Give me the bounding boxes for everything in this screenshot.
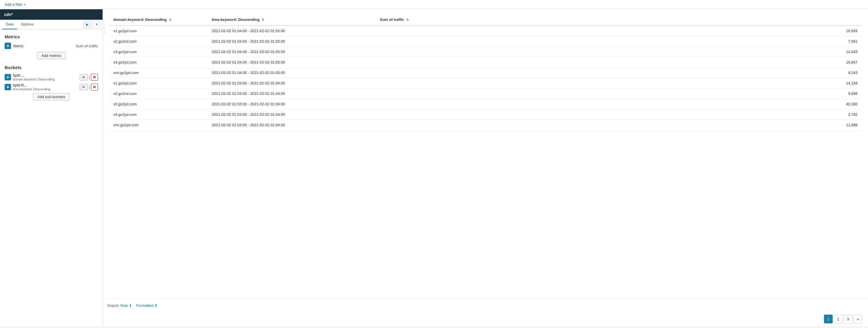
- cell-domain-3: v4.go2yd.com: [108, 57, 207, 67]
- bucket1-value: domain.keyword: Descending: [13, 78, 78, 81]
- table-body: v1.go2yd.com2021-02-02 01:04:00 - 2021-0…: [108, 26, 862, 130]
- main-layout: cdn* Data Options ▶ ✕ Metrics Metric Sum: [0, 9, 868, 326]
- table-row: vmi.go2yd.com2021-02-02 01:04:00 - 2021-…: [108, 67, 862, 78]
- cell-traffic-4: 9,243: [375, 67, 862, 78]
- panel-title: cdn*: [4, 12, 13, 17]
- buckets-section: Buckets Split ... domain.keyword: Descen…: [5, 65, 98, 101]
- table-row: vmi.go2yd.com2021-02-02 01:03:00 - 2021-…: [108, 120, 862, 130]
- cell-traffic-9: 11,898: [375, 120, 862, 130]
- buckets-title: Buckets: [5, 65, 98, 70]
- download-raw-icon: ⬇: [129, 304, 132, 308]
- tab-data[interactable]: Data: [2, 20, 17, 29]
- table-header-row: domain.keyword: Descending ⇅ time.keywor…: [108, 14, 862, 26]
- bucket1-label: Split ... domain.keyword: Descending: [13, 74, 78, 81]
- left-panel: cdn* Data Options ▶ ✕ Metrics Metric Sum: [0, 9, 103, 326]
- cell-traffic-7: 40,300: [375, 99, 862, 109]
- table-row: v2.go2vd.com2021-02-02 01:03:00 - 2021-0…: [108, 88, 862, 99]
- cell-time-6: 2021-02-02 01:03:00 - 2021-02-02 01:04:0…: [207, 88, 375, 99]
- metric-label: Metric: [13, 44, 24, 48]
- cell-domain-5: v1.go2yd.com: [108, 78, 207, 88]
- table-row: v1.go2yd.com2021-02-02 01:04:00 - 2021-0…: [108, 26, 862, 36]
- add-metrics-button[interactable]: Add metrics: [37, 52, 66, 59]
- panel-body: Metrics Metric Sum of traffic Add metric…: [0, 30, 102, 110]
- cell-traffic-1: 7,991: [375, 36, 862, 47]
- metric-value: Sum of traffic: [76, 44, 98, 48]
- bucket-row-1: Split ... domain.keyword: Descending 👁 |…: [5, 74, 98, 81]
- cell-time-1: 2021-02-02 01:04:00 - 2021-02-02 01:05:0…: [207, 36, 375, 47]
- bucket2-name: Split R...: [13, 83, 78, 87]
- metrics-section: Metrics Metric Sum of traffic Add metric…: [5, 34, 98, 59]
- bucket2-expand-btn[interactable]: [5, 84, 11, 90]
- bucket1-expand-btn[interactable]: [5, 74, 11, 80]
- cell-time-4: 2021-02-02 01:04:00 - 2021-02-02 01:05:0…: [207, 67, 375, 78]
- col-header-traffic[interactable]: Sum of traffic ⇅: [375, 14, 862, 26]
- bucket1-pipe-btn[interactable]: |: [89, 75, 90, 79]
- cell-domain-7: v3.go2yd.com: [108, 99, 207, 109]
- page-next-btn[interactable]: »: [854, 315, 862, 323]
- table-row: v2.go2vd.com2021-02-02 01:04:00 - 2021-0…: [108, 36, 862, 47]
- table-row: v4.go2yd.com2021-02-02 01:03:00 - 2021-0…: [108, 109, 862, 120]
- sort-icon-traffic: ⇅: [406, 18, 409, 22]
- sort-icon-domain: ⇅: [169, 18, 172, 22]
- cell-time-9: 2021-02-02 01:03:00 - 2021-02-02 01:04:0…: [207, 120, 375, 130]
- cell-time-3: 2021-02-02 01:04:00 - 2021-02-02 01:05:0…: [207, 57, 375, 67]
- download-formatted-icon: ⬇: [154, 304, 157, 308]
- cell-time-7: 2021-02-02 01:03:00 - 2021-02-02 01:04:0…: [207, 99, 375, 109]
- bucket1-delete-btn[interactable]: ✕: [91, 74, 98, 81]
- metric-row: Metric Sum of traffic: [5, 43, 98, 49]
- cell-domain-1: v2.go2vd.com: [108, 36, 207, 47]
- table-row: v3.go2yd.com2021-02-02 01:03:00 - 2021-0…: [108, 99, 862, 109]
- run-button[interactable]: ▶: [84, 21, 91, 28]
- bucket2-value: time.keyword: Descending: [13, 87, 78, 91]
- tab-actions: ▶ ✕: [84, 21, 100, 28]
- page-btn-2[interactable]: 2: [834, 315, 842, 323]
- pagination: 1 2 3 »: [103, 312, 868, 326]
- cell-traffic-8: 2,792: [375, 109, 862, 120]
- bucket2-actions: 👁 | ✕: [80, 84, 98, 90]
- cell-domain-9: vmi.go2yd.com: [108, 120, 207, 130]
- export-formatted-link[interactable]: Formatted ⬇: [136, 303, 157, 308]
- sort-icon-time: ⇅: [261, 18, 264, 22]
- export-raw-link[interactable]: Raw ⬇: [121, 303, 133, 308]
- add-sub-buckets-button[interactable]: Add sub-buckets: [33, 93, 70, 101]
- close-button[interactable]: ✕: [93, 21, 100, 28]
- cell-traffic-0: 16,659: [375, 26, 862, 36]
- bucket1-name: Split ...: [13, 74, 78, 78]
- cell-traffic-3: 18,847: [375, 57, 862, 67]
- cell-domain-0: v1.go2yd.com: [108, 26, 207, 36]
- table-row: v3.go2yd.com2021-02-02 01:04:00 - 2021-0…: [108, 47, 862, 57]
- right-wrapper: domain.keyword: Descending ⇅ time.keywor…: [103, 9, 868, 299]
- collapse-panel-btn[interactable]: ‹: [103, 24, 104, 34]
- cell-traffic-5: 14,169: [375, 78, 862, 88]
- bucket2-label: Split R... time.keyword: Descending: [13, 83, 78, 91]
- bucket2-pipe-btn[interactable]: |: [89, 85, 90, 89]
- cell-traffic-2: 14,043: [375, 47, 862, 57]
- metrics-title: Metrics: [5, 34, 98, 39]
- col-header-time[interactable]: time.keyword: Descending ⇅: [207, 14, 375, 26]
- top-bar: Add a filter +: [0, 0, 868, 9]
- cell-domain-8: v4.go2yd.com: [108, 109, 207, 120]
- bucket2-delete-btn[interactable]: ✕: [91, 84, 98, 90]
- col-header-domain[interactable]: domain.keyword: Descending ⇅: [108, 14, 207, 26]
- panel-tabs: Data Options ▶ ✕: [0, 20, 102, 30]
- table-row: v4.go2yd.com2021-02-02 01:04:00 - 2021-0…: [108, 57, 862, 67]
- cell-domain-4: vmi.go2yd.com: [108, 67, 207, 78]
- bucket1-eye-btn[interactable]: 👁: [80, 74, 88, 80]
- table-row: v1.go2yd.com2021-02-02 01:03:00 - 2021-0…: [108, 78, 862, 88]
- cell-time-0: 2021-02-02 01:04:00 - 2021-02-02 01:05:0…: [207, 26, 375, 36]
- table-head: domain.keyword: Descending ⇅ time.keywor…: [108, 14, 862, 26]
- cell-domain-2: v3.go2yd.com: [108, 47, 207, 57]
- page-btn-1[interactable]: 1: [824, 315, 833, 323]
- tab-options[interactable]: Options: [17, 20, 37, 29]
- page-btn-3[interactable]: 3: [844, 315, 852, 323]
- export-bar: Export: Raw ⬇ Formatted ⬇: [103, 299, 868, 312]
- bucket2-eye-btn[interactable]: 👁: [80, 84, 88, 90]
- cell-time-2: 2021-02-02 01:04:00 - 2021-02-02 01:05:0…: [207, 47, 375, 57]
- cell-traffic-6: 9,698: [375, 88, 862, 99]
- bucket-row-2: Split R... time.keyword: Descending 👁 | …: [5, 83, 98, 91]
- metric-expand-btn[interactable]: [5, 43, 11, 49]
- panel-header: cdn*: [0, 9, 102, 20]
- cell-domain-6: v2.go2vd.com: [108, 88, 207, 99]
- add-filter-link[interactable]: Add a filter +: [5, 2, 26, 7]
- cell-time-8: 2021-02-02 01:03:00 - 2021-02-02 01:04:0…: [207, 109, 375, 120]
